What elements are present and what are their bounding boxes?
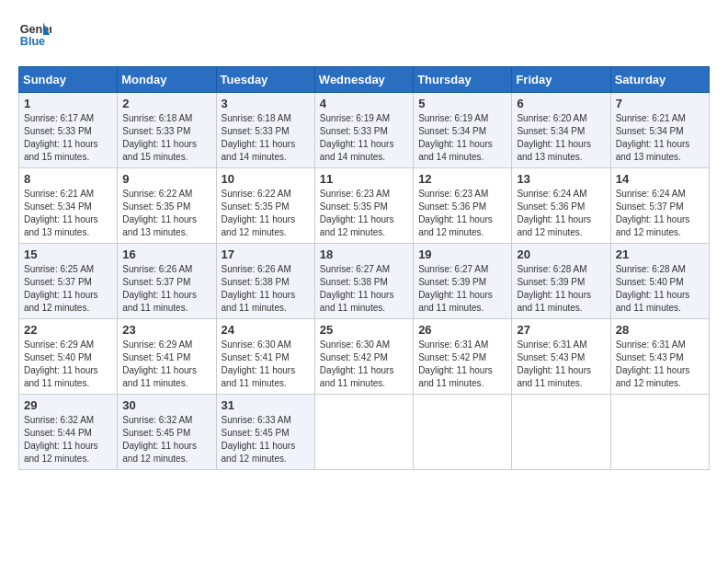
calendar-cell: 4Sunrise: 6:19 AMSunset: 5:33 PMDaylight… [314, 93, 413, 168]
calendar-cell: 6Sunrise: 6:20 AMSunset: 5:34 PMDaylight… [512, 93, 610, 168]
calendar-cell: 2Sunrise: 6:18 AMSunset: 5:33 PMDaylight… [118, 93, 216, 168]
day-number: 22 [24, 323, 112, 337]
cell-info: Sunrise: 6:29 AMSunset: 5:40 PMDaylight:… [24, 339, 98, 388]
cell-info: Sunrise: 6:22 AMSunset: 5:35 PMDaylight:… [122, 189, 197, 237]
calendar-cell: 5Sunrise: 6:19 AMSunset: 5:34 PMDaylight… [414, 93, 512, 168]
calendar-cell: 25Sunrise: 6:30 AMSunset: 5:42 PMDayligh… [314, 319, 413, 395]
cell-info: Sunrise: 6:22 AMSunset: 5:35 PMDaylight:… [222, 189, 296, 237]
day-number: 14 [616, 172, 704, 186]
day-number: 11 [320, 172, 408, 186]
cell-info: Sunrise: 6:30 AMSunset: 5:41 PMDaylight:… [222, 339, 296, 388]
day-number: 9 [122, 172, 210, 186]
calendar-cell: 3Sunrise: 6:18 AMSunset: 5:33 PMDaylight… [216, 93, 314, 168]
logo: General Blue [18, 18, 51, 52]
calendar-cell: 12Sunrise: 6:23 AMSunset: 5:36 PMDayligh… [414, 168, 512, 244]
day-number: 21 [616, 247, 704, 261]
calendar-cell: 30Sunrise: 6:32 AMSunset: 5:45 PMDayligh… [118, 395, 216, 470]
cell-info: Sunrise: 6:26 AMSunset: 5:37 PMDaylight:… [122, 264, 197, 313]
calendar-cell: 29Sunrise: 6:32 AMSunset: 5:44 PMDayligh… [19, 395, 118, 470]
cell-info: Sunrise: 6:30 AMSunset: 5:42 PMDaylight:… [320, 339, 394, 388]
calendar-cell: 19Sunrise: 6:27 AMSunset: 5:39 PMDayligh… [414, 244, 512, 319]
logo-icon: General Blue [18, 18, 51, 52]
day-number: 20 [517, 247, 605, 261]
day-number: 2 [122, 97, 210, 110]
day-number: 28 [616, 323, 704, 337]
cell-info: Sunrise: 6:32 AMSunset: 5:45 PMDaylight:… [122, 415, 197, 464]
day-number: 15 [24, 247, 112, 261]
day-number: 13 [517, 172, 605, 186]
day-number: 5 [418, 97, 506, 110]
calendar-cell: 17Sunrise: 6:26 AMSunset: 5:38 PMDayligh… [216, 244, 314, 319]
calendar-cell: 18Sunrise: 6:27 AMSunset: 5:38 PMDayligh… [314, 244, 413, 319]
day-number: 16 [122, 247, 210, 261]
calendar-cell: 9Sunrise: 6:22 AMSunset: 5:35 PMDaylight… [118, 168, 216, 244]
day-number: 27 [517, 323, 605, 337]
calendar-week-row: 29Sunrise: 6:32 AMSunset: 5:44 PMDayligh… [19, 395, 710, 470]
calendar-cell: 20Sunrise: 6:28 AMSunset: 5:39 PMDayligh… [512, 244, 610, 319]
day-number: 4 [320, 97, 408, 110]
cell-info: Sunrise: 6:24 AMSunset: 5:36 PMDaylight:… [517, 189, 591, 237]
col-header-wednesday: Wednesday [314, 67, 413, 93]
calendar-cell: 15Sunrise: 6:25 AMSunset: 5:37 PMDayligh… [19, 244, 118, 319]
cell-info: Sunrise: 6:24 AMSunset: 5:37 PMDaylight:… [616, 189, 690, 237]
cell-info: Sunrise: 6:19 AMSunset: 5:33 PMDaylight:… [320, 113, 394, 162]
calendar-cell: 21Sunrise: 6:28 AMSunset: 5:40 PMDayligh… [610, 244, 709, 319]
calendar-cell [414, 395, 512, 470]
day-number: 26 [418, 323, 506, 337]
cell-info: Sunrise: 6:23 AMSunset: 5:36 PMDaylight:… [418, 189, 493, 237]
cell-info: Sunrise: 6:17 AMSunset: 5:33 PMDaylight:… [24, 113, 98, 162]
cell-info: Sunrise: 6:23 AMSunset: 5:35 PMDaylight:… [320, 189, 394, 237]
col-header-friday: Friday [512, 67, 610, 93]
calendar-cell: 11Sunrise: 6:23 AMSunset: 5:35 PMDayligh… [314, 168, 413, 244]
cell-info: Sunrise: 6:21 AMSunset: 5:34 PMDaylight:… [616, 113, 690, 162]
calendar-cell: 10Sunrise: 6:22 AMSunset: 5:35 PMDayligh… [216, 168, 314, 244]
cell-info: Sunrise: 6:25 AMSunset: 5:37 PMDaylight:… [24, 264, 98, 313]
cell-info: Sunrise: 6:18 AMSunset: 5:33 PMDaylight:… [122, 113, 197, 162]
day-number: 23 [122, 323, 210, 337]
cell-info: Sunrise: 6:31 AMSunset: 5:43 PMDaylight:… [517, 339, 591, 388]
svg-text:Blue: Blue [20, 35, 45, 48]
day-number: 24 [222, 323, 310, 337]
cell-info: Sunrise: 6:28 AMSunset: 5:39 PMDaylight:… [517, 264, 591, 313]
calendar-cell: 26Sunrise: 6:31 AMSunset: 5:42 PMDayligh… [414, 319, 512, 395]
day-number: 19 [418, 247, 506, 261]
cell-info: Sunrise: 6:29 AMSunset: 5:41 PMDaylight:… [122, 339, 197, 388]
calendar-cell: 16Sunrise: 6:26 AMSunset: 5:37 PMDayligh… [118, 244, 216, 319]
cell-info: Sunrise: 6:31 AMSunset: 5:42 PMDaylight:… [418, 339, 493, 388]
calendar-week-row: 22Sunrise: 6:29 AMSunset: 5:40 PMDayligh… [19, 319, 710, 395]
calendar-cell: 13Sunrise: 6:24 AMSunset: 5:36 PMDayligh… [512, 168, 610, 244]
calendar-week-row: 15Sunrise: 6:25 AMSunset: 5:37 PMDayligh… [19, 244, 710, 319]
day-number: 29 [24, 398, 112, 412]
cell-info: Sunrise: 6:32 AMSunset: 5:44 PMDaylight:… [24, 415, 98, 464]
calendar-cell: 27Sunrise: 6:31 AMSunset: 5:43 PMDayligh… [512, 319, 610, 395]
cell-info: Sunrise: 6:28 AMSunset: 5:40 PMDaylight:… [616, 264, 690, 313]
cell-info: Sunrise: 6:27 AMSunset: 5:39 PMDaylight:… [418, 264, 493, 313]
calendar-cell: 24Sunrise: 6:30 AMSunset: 5:41 PMDayligh… [216, 319, 314, 395]
day-number: 1 [24, 97, 112, 110]
cell-info: Sunrise: 6:20 AMSunset: 5:34 PMDaylight:… [517, 113, 591, 162]
calendar-table: SundayMondayTuesdayWednesdayThursdayFrid… [18, 66, 710, 470]
calendar-cell: 8Sunrise: 6:21 AMSunset: 5:34 PMDaylight… [19, 168, 118, 244]
cell-info: Sunrise: 6:27 AMSunset: 5:38 PMDaylight:… [320, 264, 394, 313]
col-header-sunday: Sunday [19, 67, 118, 93]
col-header-monday: Monday [118, 67, 216, 93]
calendar-cell [314, 395, 413, 470]
day-number: 12 [418, 172, 506, 186]
day-number: 30 [122, 398, 210, 412]
calendar-cell: 14Sunrise: 6:24 AMSunset: 5:37 PMDayligh… [610, 168, 709, 244]
calendar-cell: 31Sunrise: 6:33 AMSunset: 5:45 PMDayligh… [216, 395, 314, 470]
col-header-saturday: Saturday [610, 67, 709, 93]
cell-info: Sunrise: 6:21 AMSunset: 5:34 PMDaylight:… [24, 189, 98, 237]
page-header: General Blue [18, 18, 710, 52]
col-header-tuesday: Tuesday [216, 67, 314, 93]
day-number: 6 [517, 97, 605, 110]
day-number: 18 [320, 247, 408, 261]
day-number: 10 [222, 172, 310, 186]
day-number: 8 [24, 172, 112, 186]
cell-info: Sunrise: 6:26 AMSunset: 5:38 PMDaylight:… [222, 264, 296, 313]
day-number: 31 [222, 398, 310, 412]
cell-info: Sunrise: 6:31 AMSunset: 5:43 PMDaylight:… [616, 339, 690, 388]
calendar-cell [512, 395, 610, 470]
calendar-header-row: SundayMondayTuesdayWednesdayThursdayFrid… [19, 67, 710, 93]
calendar-cell: 22Sunrise: 6:29 AMSunset: 5:40 PMDayligh… [19, 319, 118, 395]
